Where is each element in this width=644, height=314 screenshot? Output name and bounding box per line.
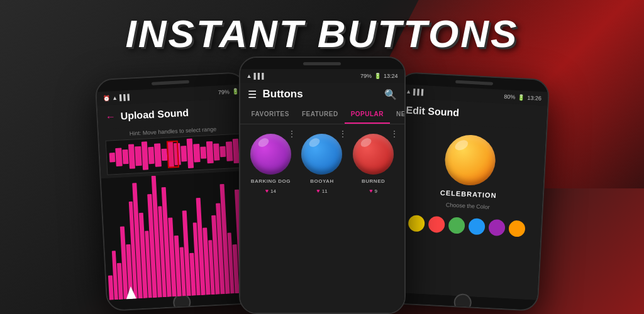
celebration-label: CELEBRATION	[440, 189, 496, 200]
clock-icon: ⏰	[103, 95, 110, 102]
time-right: 13:26	[527, 95, 541, 102]
heart-icon-2: ♥	[316, 188, 319, 194]
waveform-bar	[219, 146, 226, 158]
edit-screen-title: Edit Sound	[406, 105, 459, 118]
speaker-grille-center	[303, 62, 341, 65]
waveform-bar	[193, 144, 200, 163]
status-icons-center: ▲ ▌▌▌	[247, 73, 358, 79]
color-swatch-green[interactable]	[448, 217, 465, 234]
speaker-grille-left	[151, 80, 189, 85]
phones-container: ⏰ ▲ ▌▌▌ 79% 🔋 ← Upload Sound Hint: Move …	[0, 44, 644, 314]
sound-buttons-grid: ⋮ BARKING DOG ♥ 14 ⋮ BOOYAH ♥ 11	[240, 124, 404, 314]
sound-btn-booyah: ⋮ BOOYAH ♥ 11	[301, 134, 342, 312]
waveform-container	[105, 133, 243, 175]
status-bar-center: ▲ ▌▌▌ 79% 🔋 13:24	[240, 69, 404, 83]
phone-right: ▲ ▌▌▌ 80% 🔋 13:26 Edit Sound CELEBRATION…	[387, 72, 550, 311]
color-swatch-purple[interactable]	[488, 219, 505, 236]
battery-icon-center: 🔋	[374, 73, 381, 79]
waveform-bar	[232, 139, 239, 164]
speaker-grille-right	[455, 80, 493, 85]
waveform-selector[interactable]	[167, 141, 179, 168]
home-button-right[interactable]	[453, 293, 472, 311]
time-center: 13:24	[384, 73, 398, 79]
waveform-bar	[135, 146, 142, 166]
battery-icon-left: 🔋	[231, 89, 239, 95]
hamburger-icon[interactable]: ☰	[248, 89, 257, 100]
sound-btn-circle-purple[interactable]	[250, 134, 291, 175]
signal-icon-right: ▌▌▌	[413, 89, 425, 95]
phone-center-top	[240, 58, 404, 69]
color-swatch-blue[interactable]	[468, 218, 485, 235]
likes-count-3: 9	[375, 188, 377, 194]
upload-screen: ← Upload Sound Hint: Move handles to sel…	[97, 98, 255, 300]
color-swatch-gold[interactable]	[408, 215, 425, 232]
tab-new[interactable]: NEW	[390, 106, 405, 124]
waveform-bar	[226, 141, 233, 161]
waveform-bar	[161, 148, 167, 161]
sound-btn-circle-blue[interactable]	[301, 134, 342, 175]
wifi-icon-right: ▲	[405, 89, 411, 95]
main-title: INSTANT BUTTONS	[126, 11, 519, 56]
waveform-bar	[206, 141, 213, 163]
back-arrow[interactable]: ←	[105, 111, 116, 123]
waveform-bar	[200, 146, 206, 159]
color-swatch-orange[interactable]	[508, 220, 525, 237]
battery-left: 79%	[218, 89, 230, 95]
wifi-icon: ▲	[111, 95, 117, 101]
waveform-bar	[109, 153, 115, 162]
sound-likes-barking-dog: ♥ 14	[265, 188, 276, 194]
buttons-title: Buttons	[263, 88, 378, 100]
sound-likes-burned: ♥ 9	[369, 188, 377, 194]
sound-btn-circle-red[interactable]	[353, 134, 394, 175]
gold-btn-container: CELEBRATION Choose the Color	[393, 122, 546, 218]
heart-icon-3: ♥	[369, 188, 372, 194]
sound-likes-booyah: ♥ 11	[316, 188, 327, 194]
tab-featured[interactable]: FEATURED	[296, 106, 345, 124]
gold-btn-circle[interactable]	[443, 134, 496, 187]
buttons-screen: ☰ Buttons 🔍 FAVORITES FEATURED POPULAR N…	[240, 83, 404, 314]
color-swatch-red[interactable]	[428, 216, 445, 233]
battery-center: 79%	[360, 73, 372, 79]
more-icon-2[interactable]: ⋮	[338, 129, 347, 139]
tabs-bar: FAVORITES FEATURED POPULAR NEW	[240, 106, 404, 124]
likes-count-1: 14	[270, 188, 276, 194]
signal-icon-center: ▌▌▌	[253, 73, 265, 79]
waveform-bar	[141, 142, 148, 170]
waveform-bar	[128, 144, 135, 169]
waveform-bar	[213, 143, 219, 160]
waveform-bar	[122, 149, 128, 164]
sound-btn-barking-dog: ⋮ BARKING DOG ♥ 14	[250, 134, 291, 312]
choose-color-text: Choose the Color	[445, 202, 489, 210]
more-icon-1[interactable]: ⋮	[287, 129, 296, 139]
tab-popular[interactable]: POPULAR	[345, 106, 390, 124]
likes-count-2: 11	[322, 188, 328, 194]
wifi-icon-center: ▲	[247, 73, 252, 79]
bottom-waveform-bars	[101, 171, 255, 300]
sound-label-burned: BURNED	[362, 178, 385, 184]
waveform-bar	[186, 139, 194, 168]
waveform-bar	[115, 148, 122, 166]
phone-left: ⏰ ▲ ▌▌▌ 79% 🔋 ← Upload Sound Hint: Move …	[94, 72, 257, 311]
sound-label-barking-dog: BARKING DOG	[251, 178, 291, 184]
scrubber-triangle	[125, 286, 136, 300]
waveform-bar	[148, 147, 155, 164]
waveform-bar	[180, 146, 187, 161]
sound-label-booyah: BOOYAH	[310, 178, 333, 184]
sound-btn-burned: ⋮ BURNED ♥ 9	[353, 134, 394, 312]
search-icon[interactable]: 🔍	[384, 89, 397, 100]
status-icons-right: ▲ ▌▌▌	[405, 89, 501, 100]
buttons-header: ☰ Buttons 🔍	[240, 83, 404, 106]
waveform-bar	[154, 143, 161, 166]
edit-screen: Edit Sound CELEBRATION Choose the Color	[389, 98, 547, 300]
tab-favorites[interactable]: FAVORITES	[245, 106, 296, 124]
more-icon-3[interactable]: ⋮	[390, 129, 399, 139]
phone-center: ▲ ▌▌▌ 79% 🔋 13:24 ☰ Buttons 🔍 FAVORITES …	[239, 57, 406, 314]
heart-icon-1: ♥	[265, 188, 269, 194]
battery-right: 80%	[504, 94, 516, 100]
bottom-waveform	[101, 171, 255, 300]
battery-icon-right: 🔋	[518, 94, 525, 101]
upload-title: Upload Sound	[120, 107, 189, 122]
signal-icon: ▌▌▌	[119, 94, 131, 101]
